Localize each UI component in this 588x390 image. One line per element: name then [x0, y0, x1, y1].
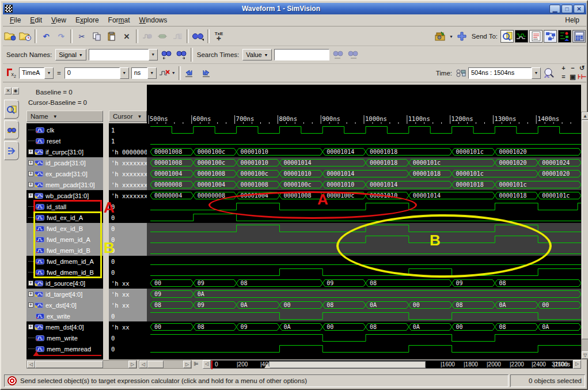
cursor-select-icon[interactable]: x2: [3, 66, 17, 80]
copy-icon[interactable]: [90, 29, 104, 43]
cursor-time-input[interactable]: 0▼: [65, 67, 129, 79]
signal-row-id_source[interactable]: +id_source[4:0]: [26, 278, 103, 289]
signal-row-ex_pcadr[interactable]: +ex_pcadr[31:0]: [26, 168, 103, 179]
menu-format[interactable]: Format: [104, 15, 135, 25]
hscroll-thumb[interactable]: [147, 361, 164, 368]
sendto-console-icon[interactable]: [500, 30, 514, 43]
redo-icon[interactable]: ↷: [54, 29, 68, 43]
timebar-right-icon[interactable]: ▷: [573, 360, 581, 369]
signal-row-mem_pcadr[interactable]: +mem_pcadr[31:0]: [26, 179, 103, 190]
sendto-source-icon[interactable]: [529, 30, 543, 43]
signal-row-ex_dst[interactable]: +ex_dst[4:0]: [26, 300, 103, 311]
signal-row-id_pcadr[interactable]: +id_pcadr[31:0]: [26, 157, 103, 168]
find-prev-name-icon[interactable]: [174, 48, 188, 62]
pane-expand-icon[interactable]: ◉: [12, 88, 19, 94]
expander-icon[interactable]: +: [28, 291, 33, 297]
signal-row-fwd_dmem_id_B[interactable]: fwd_dmem_id_B: [26, 267, 103, 278]
find-next-name-icon[interactable]: [160, 48, 173, 62]
signal-row-id_target[interactable]: +id_target[4:0]: [26, 289, 103, 300]
timebar-thumb-grip[interactable]: [264, 364, 270, 368]
scroll-left-icon[interactable]: ◁: [27, 361, 35, 368]
signal-row-fwd_ex_id_A[interactable]: fwd_ex_id_A: [26, 212, 103, 223]
maximize-button[interactable]: □: [562, 5, 572, 13]
delete-marker-icon[interactable]: ▼: [158, 66, 176, 80]
zoom-previous-icon[interactable]: ↺: [578, 65, 586, 73]
scroll-right-icon[interactable]: ▷: [183, 361, 191, 368]
signal-row-fwd_mem_id_B[interactable]: fwd_mem_id_B: [26, 245, 103, 256]
expander-icon[interactable]: +: [28, 324, 33, 330]
find-next-time-icon[interactable]: [331, 48, 345, 62]
menu-windows[interactable]: Windows: [135, 15, 172, 25]
zoom-fit-icon[interactable]: =: [559, 73, 568, 81]
expander-icon[interactable]: +: [28, 182, 33, 187]
signal-tool-1-icon[interactable]: [141, 29, 154, 43]
signal-tool-2-icon[interactable]: [155, 29, 169, 43]
zoom-region-icon[interactable]: ▣: [568, 73, 577, 81]
signal-tool-3-icon[interactable]: [170, 29, 184, 43]
signal-row-fwd_mem_id_A[interactable]: fwd_mem_id_A: [26, 234, 103, 245]
signal-name-list[interactable]: clkreset+if_curpc[31:0]+id_pcadr[31:0]+e…: [26, 123, 103, 359]
overview-timebar[interactable]: ◁ 0|200|400|1600|1800|2000|2200|2400|260…: [203, 360, 581, 369]
titlebar[interactable]: Waveform 1 - SimVision ▁ □ ✕: [3, 3, 586, 14]
search-binoculars-icon[interactable]: [191, 29, 205, 43]
expander-icon[interactable]: +: [28, 302, 33, 308]
time-range-dropdown[interactable]: 504ns : 1504ns▼: [468, 67, 541, 79]
signal-row-fwd_dmem_id_A[interactable]: fwd_dmem_id_A: [26, 256, 103, 267]
signal-row-mem_dst[interactable]: +mem_dst[4:0]: [26, 321, 103, 332]
expander-icon[interactable]: +: [28, 160, 33, 165]
target-calculator-icon[interactable]: [7, 376, 17, 385]
time-unit-dropdown[interactable]: ns▼: [131, 67, 157, 79]
names-hscrollbar[interactable]: ◁ ▷: [26, 360, 137, 369]
scroll-left-icon[interactable]: ◁: [139, 361, 147, 368]
cursor-name-dropdown[interactable]: TimeA▼: [19, 67, 54, 79]
minimize-button[interactable]: ▁: [549, 5, 560, 13]
cursor-column-header[interactable]: Cursor▼: [109, 111, 147, 122]
menu-help[interactable]: Help: [560, 15, 584, 25]
cut-icon[interactable]: ✂: [75, 29, 89, 43]
undo-icon[interactable]: ↶: [39, 29, 53, 43]
row-height-icon[interactable]: ⊫: [194, 361, 202, 369]
signal-row-id_stall[interactable]: id_stall: [26, 201, 103, 212]
open-database-clock-icon[interactable]: [18, 29, 32, 43]
cursor-hscrollbar[interactable]: ◁ ▷: [139, 360, 192, 369]
tab-search-signals[interactable]: [4, 100, 19, 119]
vscroll-thumb[interactable]: [582, 120, 588, 339]
waveform-vscrollbar[interactable]: ▲ ▽: [581, 112, 588, 359]
add-plus-icon[interactable]: [455, 29, 469, 43]
signal-row-fwd_ex_id_B[interactable]: fwd_ex_id_B: [26, 223, 103, 234]
signal-row-if_curpc[interactable]: +if_curpc[31:0]: [26, 146, 103, 157]
sendto-waveform-icon[interactable]: [515, 30, 528, 43]
scroll-right-icon[interactable]: ▷: [128, 361, 136, 368]
sendto-calculator-icon[interactable]: [572, 30, 586, 43]
timebar-left-icon[interactable]: ◁: [203, 360, 211, 369]
expander-icon[interactable]: +: [28, 171, 33, 176]
cursor-value-list[interactable]: 11'h 00000000'h xxxxxxxx'h xxxxxxxx'h xx…: [109, 123, 147, 359]
zoom-magnifier-icon[interactable]: [543, 66, 556, 80]
zoom-cursor-icon[interactable]: ⊦⊢: [578, 73, 586, 81]
tab-signal-flow[interactable]: [4, 141, 19, 160]
expander-icon[interactable]: +: [28, 149, 33, 154]
expander-icon[interactable]: +: [28, 193, 33, 198]
paste-icon[interactable]: [105, 29, 119, 43]
search-times-type-dropdown[interactable]: Value▼: [242, 49, 271, 60]
toolbox-icon[interactable]: ▼: [434, 29, 454, 43]
menu-edit[interactable]: Edit: [25, 15, 47, 25]
expander-icon[interactable]: +: [28, 281, 33, 286]
signal-row-clk[interactable]: clk: [26, 124, 103, 135]
signal-row-ex_write[interactable]: ex_write: [26, 311, 103, 321]
sendto-tracer-icon[interactable]: [558, 30, 571, 43]
menu-view[interactable]: View: [47, 15, 71, 25]
time-link-icon[interactable]: [455, 66, 466, 80]
menu-explore[interactable]: Explore: [71, 15, 104, 25]
search-times-input[interactable]: [274, 49, 329, 60]
signal-row-wb_pcadr[interactable]: +wb_pcadr[31:0]: [26, 190, 103, 201]
timebar-thumb[interactable]: [269, 361, 426, 368]
open-database-icon[interactable]: [3, 29, 17, 43]
search-names-type-dropdown[interactable]: Signal▼: [55, 49, 86, 60]
signal-row-reset[interactable]: reset: [26, 135, 103, 146]
menu-file[interactable]: File: [5, 15, 25, 25]
delete-icon[interactable]: ✕: [120, 29, 134, 43]
close-button[interactable]: ✕: [574, 5, 585, 13]
search-names-input[interactable]: ▼: [89, 49, 158, 60]
pane-close-icon[interactable]: ✕: [5, 88, 12, 94]
